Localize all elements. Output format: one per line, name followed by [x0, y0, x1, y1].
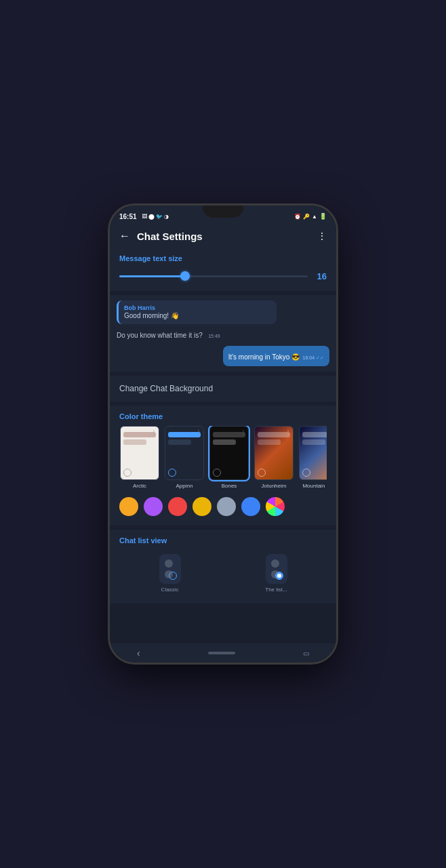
- message-sender: Bob Harris: [124, 304, 271, 311]
- color-dot-blue[interactable]: [241, 497, 260, 516]
- appinn-menu[interactable]: ⋮: [196, 429, 201, 435]
- status-time: 16:51: [119, 213, 137, 220]
- theme-arctic[interactable]: ⋮ Arctic: [119, 426, 160, 489]
- appinn-thumb: ⋮: [165, 426, 204, 480]
- theme-bones[interactable]: ⋮ Bones: [209, 426, 249, 489]
- color-dots-row: [119, 492, 327, 519]
- received-time: 15:49: [208, 334, 220, 338]
- received-message-2: Do you know what time it is? 15:49: [117, 327, 329, 343]
- classic-option[interactable]: [159, 554, 181, 584]
- theme-mountain[interactable]: ⋮ Mountain S...: [298, 426, 327, 489]
- chat-preview: Bob Harris Good morning! 👋 Do you know w…: [110, 295, 336, 372]
- theme-appinn[interactable]: ⋮ Appinn: [164, 426, 205, 489]
- change-background-label: Change Chat Background: [119, 384, 213, 393]
- chat-list-option-modern: The list...: [226, 554, 327, 593]
- mountain-label: Mountain S...: [302, 483, 327, 489]
- modern-radio[interactable]: [275, 572, 283, 580]
- color-dot-gray[interactable]: [217, 497, 236, 516]
- sent-message-wrap: It's morning in Tokyo 😎 16:04 ✓✓: [117, 346, 329, 366]
- color-dot-orange[interactable]: [119, 497, 138, 516]
- status-right-icons: ⏰ 🔑 ▲ 🔋: [294, 213, 327, 220]
- received-text1: Good morning! 👋: [124, 311, 271, 320]
- color-theme-section: Color theme ⋮: [110, 406, 336, 526]
- color-dot-yellow[interactable]: [192, 497, 211, 516]
- nav-recent-button[interactable]: ▭: [303, 650, 309, 657]
- received-message: Bob Harris Good morning! 👋: [117, 300, 277, 324]
- received-text2: Do you know what time it is?: [117, 332, 203, 339]
- color-dot-red[interactable]: [168, 497, 187, 516]
- color-dot-multi[interactable]: [266, 497, 285, 516]
- chat-list-options: Classic: [119, 550, 327, 597]
- chat-list-view-section: Chat list view: [110, 530, 336, 604]
- color-dot-purple[interactable]: [144, 497, 163, 516]
- appinn-label: Appinn: [176, 483, 193, 489]
- slider-fill: [119, 275, 185, 277]
- nav-home-pill[interactable]: [208, 652, 235, 654]
- app-bar: ← Chat Settings ⋮: [110, 224, 336, 248]
- slider-thumb[interactable]: [180, 271, 190, 281]
- jotunheim-thumb: ⋮: [254, 426, 293, 480]
- jotunheim-label: Jotunheim: [262, 483, 287, 489]
- slider-track: [119, 275, 308, 277]
- main-content: Message text size 16 Bob Harris Good mor…: [110, 248, 336, 638]
- bones-thumb: ⋮: [209, 426, 249, 480]
- classic-label: Classic: [161, 584, 179, 593]
- modern-label: The list...: [265, 584, 287, 593]
- message-text-size-section: Message text size 16: [110, 248, 336, 291]
- theme-jotunheim[interactable]: ⋮ Jotunheim: [254, 426, 294, 489]
- modern-option[interactable]: [266, 554, 287, 584]
- sent-text: It's morning in Tokyo 😎: [228, 353, 300, 361]
- text-size-slider[interactable]: [119, 271, 308, 281]
- color-theme-label: Color theme: [119, 412, 327, 420]
- arctic-menu[interactable]: ⋮: [151, 429, 157, 435]
- page-title: Chat Settings: [137, 231, 310, 242]
- change-background-button[interactable]: Change Chat Background: [110, 376, 336, 401]
- sent-message: It's morning in Tokyo 😎 16:04 ✓✓: [223, 346, 329, 366]
- slider-row: 16: [119, 268, 327, 287]
- chat-list-option-classic: Classic: [119, 554, 220, 593]
- classic-radio[interactable]: [169, 572, 177, 580]
- mountain-thumb: ⋮: [299, 426, 327, 480]
- bottom-nav: ‹ ▭: [110, 644, 336, 663]
- back-button[interactable]: ←: [119, 230, 130, 242]
- jotunheim-menu[interactable]: ⋮: [285, 429, 291, 435]
- nav-back-button[interactable]: ‹: [137, 648, 140, 658]
- bones-label: Bones: [222, 483, 237, 489]
- theme-thumbnails: ⋮ Arctic: [119, 426, 327, 492]
- arctic-label: Arctic: [133, 483, 146, 489]
- slider-value: 16: [313, 271, 327, 281]
- message-text-size-label: Message text size: [119, 254, 327, 262]
- chat-list-view-label: Chat list view: [119, 536, 327, 545]
- status-left-icons: 🖼 ⬤ 🐦 ◑: [142, 214, 169, 220]
- menu-button[interactable]: ⋮: [317, 231, 327, 241]
- arctic-thumb: ⋮: [120, 426, 159, 480]
- bones-menu[interactable]: ⋮: [241, 429, 246, 435]
- sent-time: 16:04 ✓✓: [303, 355, 324, 360]
